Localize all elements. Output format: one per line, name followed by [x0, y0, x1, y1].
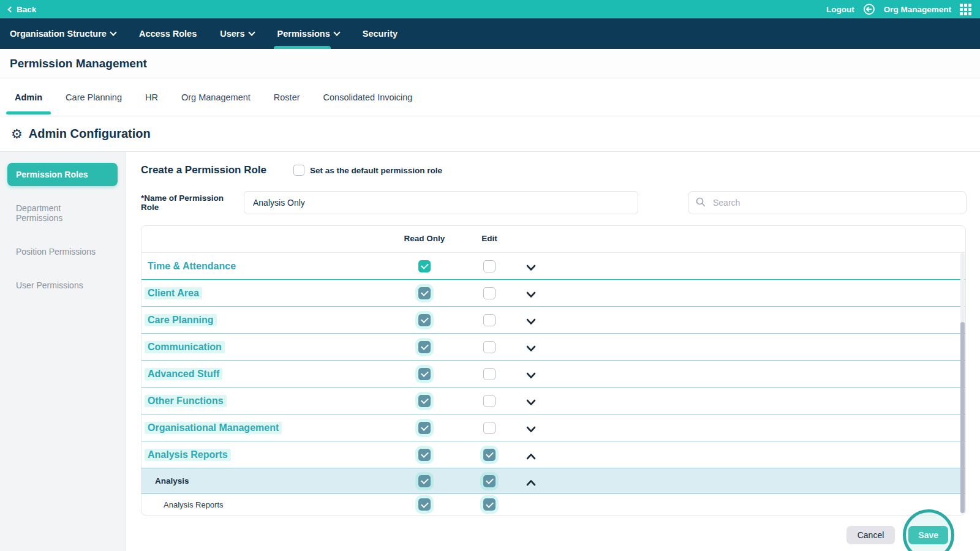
- chevron-down-icon[interactable]: [526, 290, 536, 297]
- tab-org-management[interactable]: Org Management: [181, 78, 251, 116]
- row-label[interactable]: Organisational Management: [145, 422, 282, 434]
- chevron-down-icon[interactable]: [526, 370, 536, 378]
- edit-checkbox[interactable]: [483, 475, 496, 487]
- tab-admin[interactable]: Admin: [15, 78, 42, 116]
- readonly-checkbox[interactable]: [418, 368, 431, 380]
- table-row: Advanced Stuff: [141, 361, 965, 388]
- row-label[interactable]: Communication: [145, 341, 225, 353]
- sidebar-item-permission-roles[interactable]: Permission Roles: [7, 163, 118, 186]
- tab-roster[interactable]: Roster: [274, 78, 300, 116]
- app-grid-icon[interactable]: [960, 4, 971, 15]
- nav-item-permissions[interactable]: Permissions: [277, 18, 339, 49]
- row-label[interactable]: Time & Attendance: [148, 261, 236, 272]
- row-label[interactable]: Analysis Reports: [145, 449, 231, 461]
- chevron-up-icon[interactable]: [526, 451, 536, 459]
- edit-checkbox[interactable]: [483, 395, 496, 407]
- readonly-checkbox[interactable]: [418, 422, 431, 434]
- tab-hr[interactable]: HR: [145, 78, 158, 116]
- module-tabs: Admin Care Planning HR Org Management Ro…: [0, 78, 980, 116]
- edit-checkbox[interactable]: [483, 498, 496, 511]
- chevron-down-icon[interactable]: [526, 424, 536, 432]
- create-role-heading: Create a Permission Role: [141, 164, 266, 176]
- search-icon: [696, 197, 706, 207]
- page-title: Permission Management: [10, 57, 147, 70]
- readonly-checkbox[interactable]: [418, 260, 431, 272]
- chevron-down-icon[interactable]: [526, 263, 536, 270]
- permissions-table: Read Only Edit Time & AttendanceClient A…: [141, 225, 966, 515]
- default-role-label: Set as the default permission role: [310, 166, 442, 175]
- nav-item-users[interactable]: Users: [220, 18, 254, 49]
- chevron-down-icon[interactable]: [526, 397, 536, 405]
- role-name-input[interactable]: [244, 191, 638, 214]
- logout-button[interactable]: Logout: [826, 5, 854, 14]
- edit-checkbox[interactable]: [483, 449, 496, 461]
- gear-icon: ⚙: [11, 127, 23, 140]
- section-header: ⚙ Admin Configuration: [0, 116, 980, 152]
- org-management-label: Org Management: [884, 5, 951, 14]
- edit-checkbox[interactable]: [483, 341, 496, 353]
- tab-care-planning[interactable]: Care Planning: [66, 78, 122, 116]
- edit-checkbox[interactable]: [483, 314, 496, 326]
- chevron-down-icon: [248, 29, 255, 36]
- sidebar-item-position-permissions[interactable]: Position Permissions: [7, 240, 118, 263]
- row-label[interactable]: Other Functions: [145, 395, 227, 407]
- readonly-checkbox[interactable]: [418, 475, 431, 487]
- table-row: Time & Attendance: [141, 253, 965, 280]
- page-header: Permission Management: [0, 49, 980, 78]
- edit-checkbox[interactable]: [483, 260, 496, 272]
- column-header-edit: Edit: [465, 234, 514, 243]
- edit-checkbox[interactable]: [483, 287, 496, 299]
- row-label: Analysis: [155, 476, 189, 485]
- nav-item-security[interactable]: Security: [363, 18, 398, 49]
- readonly-checkbox[interactable]: [418, 395, 431, 407]
- table-row: Care Planning: [141, 307, 965, 334]
- chevron-down-icon: [110, 29, 116, 36]
- chevron-down-icon[interactable]: [526, 317, 536, 324]
- sidebar: Permission Roles Department Permissions …: [0, 152, 126, 551]
- main-panel: Create a Permission Role Set as the defa…: [126, 152, 980, 551]
- permissions-table-header: Read Only Edit: [141, 226, 965, 253]
- logout-icon[interactable]: [863, 3, 875, 15]
- table-scrollbar-track[interactable]: [960, 253, 965, 514]
- search-input[interactable]: [688, 191, 967, 214]
- row-label: Analysis Reports: [164, 500, 224, 509]
- top-app-bar: Back Logout Org Management: [0, 0, 980, 18]
- readonly-checkbox[interactable]: [418, 287, 431, 299]
- role-name-label: *Name of Permission Role: [141, 193, 244, 212]
- table-row: Client Area: [141, 280, 965, 307]
- table-row: Analysis Reports: [141, 494, 965, 515]
- sidebar-item-department-permissions[interactable]: Department Permissions: [7, 197, 118, 230]
- back-button[interactable]: Back: [9, 5, 36, 14]
- back-chevron-icon: [8, 7, 14, 13]
- table-row: Other Functions: [141, 388, 965, 414]
- chevron-up-icon[interactable]: [526, 478, 536, 485]
- default-role-checkbox-row[interactable]: Set as the default permission role: [293, 165, 442, 176]
- table-row: Analysis: [141, 468, 965, 494]
- cancel-button[interactable]: Cancel: [846, 526, 895, 544]
- edit-checkbox[interactable]: [483, 368, 496, 380]
- nav-item-organisation-structure[interactable]: Organisation Structure: [10, 18, 116, 49]
- readonly-checkbox[interactable]: [418, 341, 431, 353]
- save-button[interactable]: Save: [908, 526, 948, 544]
- table-scrollbar-thumb[interactable]: [960, 322, 965, 513]
- edit-checkbox[interactable]: [483, 422, 496, 434]
- table-row: Organisational Management: [141, 414, 965, 441]
- table-row: Analysis Reports: [141, 441, 965, 468]
- chevron-down-icon[interactable]: [526, 343, 536, 351]
- footer-actions: Cancel Save: [141, 526, 967, 544]
- permissions-table-body: Time & AttendanceClient AreaCare Plannin…: [141, 253, 965, 515]
- sidebar-item-user-permissions[interactable]: User Permissions: [7, 274, 118, 297]
- row-label[interactable]: Care Planning: [145, 314, 217, 326]
- default-role-checkbox[interactable]: [293, 165, 304, 176]
- row-label[interactable]: Advanced Stuff: [145, 368, 222, 380]
- row-label[interactable]: Client Area: [145, 287, 202, 299]
- tab-consolidated-invoicing[interactable]: Consolidated Invoicing: [323, 78, 413, 116]
- main-navigation: Organisation Structure Access Roles User…: [0, 18, 980, 49]
- readonly-checkbox[interactable]: [418, 449, 431, 461]
- chevron-down-icon: [333, 29, 340, 36]
- nav-item-access-roles[interactable]: Access Roles: [139, 18, 197, 49]
- back-label: Back: [17, 5, 36, 14]
- readonly-checkbox[interactable]: [418, 498, 431, 511]
- readonly-checkbox[interactable]: [418, 314, 431, 326]
- table-row: Communication: [141, 334, 965, 361]
